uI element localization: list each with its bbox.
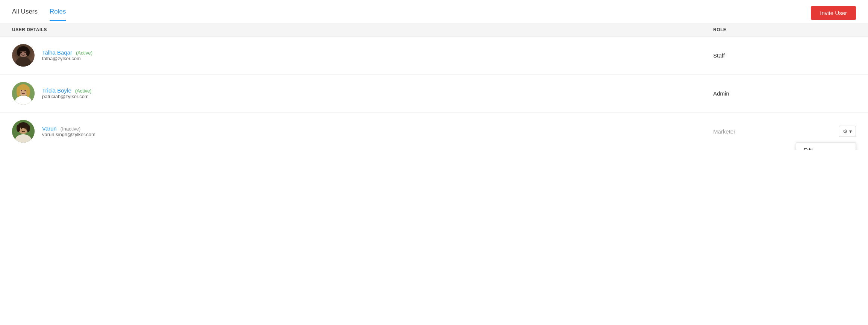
svg-point-1 — [16, 57, 31, 67]
tab-list: All Users Roles — [12, 8, 66, 21]
svg-point-23 — [26, 125, 30, 132]
user-email: talha@zylker.com — [42, 56, 713, 61]
gear-icon: ⚙ — [843, 128, 848, 134]
svg-point-20 — [24, 128, 26, 129]
user-status-badge: (Inactive) — [60, 126, 81, 132]
user-name-link[interactable]: Tricia Boyle — [42, 87, 71, 94]
avatar — [12, 82, 35, 105]
user-status-badge: (Active) — [75, 88, 92, 94]
user-role: Admin — [713, 90, 826, 97]
table-row: Varun (Inactive) varun.singh@zylker.com … — [0, 112, 868, 150]
col-header-user-details: USER DETAILS — [12, 27, 713, 32]
user-info: Tricia Boyle (Active) patriciab@zylker.c… — [42, 87, 713, 99]
avatar — [12, 120, 35, 143]
svg-point-7 — [26, 49, 30, 56]
user-status-badge: (Active) — [76, 50, 92, 56]
user-name-row: Varun (Inactive) — [42, 125, 713, 132]
user-info: Varun (Inactive) varun.singh@zylker.com — [42, 125, 713, 137]
svg-point-6 — [17, 49, 21, 56]
gear-dropdown-button[interactable]: ⚙ ▾ — [839, 126, 856, 137]
table-header: USER DETAILS ROLE — [0, 23, 868, 36]
header-tabs: All Users Roles Invite User — [0, 0, 868, 23]
table-row: Talha Baqar (Active) talha@zylker.com St… — [0, 36, 868, 74]
svg-point-12 — [24, 90, 26, 91]
svg-point-19 — [21, 128, 22, 129]
user-role: Marketer — [713, 128, 826, 135]
col-header-role: ROLE — [713, 27, 826, 32]
user-table-body: Talha Baqar (Active) talha@zylker.com St… — [0, 36, 868, 150]
user-info: Talha Baqar (Active) talha@zylker.com — [42, 49, 713, 61]
user-role: Staff — [713, 52, 826, 59]
svg-point-3 — [21, 52, 22, 53]
tab-roles[interactable]: Roles — [50, 8, 66, 21]
tab-all-users[interactable]: All Users — [12, 8, 38, 21]
avatar-image — [12, 82, 35, 105]
user-name-link[interactable]: Talha Baqar — [42, 49, 72, 56]
user-name-row: Talha Baqar (Active) — [42, 49, 713, 56]
avatar-image — [12, 120, 35, 143]
dropdown-edit[interactable]: Edit — [796, 143, 856, 150]
svg-point-4 — [24, 52, 26, 53]
user-email: varun.singh@zylker.com — [42, 132, 713, 137]
user-name-row: Tricia Boyle (Active) — [42, 87, 713, 94]
svg-point-11 — [21, 90, 22, 91]
dropdown-menu: Edit Mark as Active Delete — [796, 142, 856, 150]
svg-point-14 — [17, 87, 20, 97]
chevron-down-icon: ▾ — [849, 128, 852, 134]
invite-user-button[interactable]: Invite User — [811, 6, 856, 20]
avatar — [12, 44, 35, 67]
user-email: patriciab@zylker.com — [42, 94, 713, 99]
avatar-image — [12, 44, 35, 67]
user-name-link[interactable]: Varun — [42, 125, 57, 132]
table-row: Tricia Boyle (Active) patriciab@zylker.c… — [0, 74, 868, 112]
svg-point-15 — [26, 87, 30, 97]
svg-point-22 — [17, 125, 20, 132]
col-header-action — [826, 27, 856, 32]
action-cell: ⚙ ▾ Edit Mark as Active Delete — [826, 126, 856, 137]
